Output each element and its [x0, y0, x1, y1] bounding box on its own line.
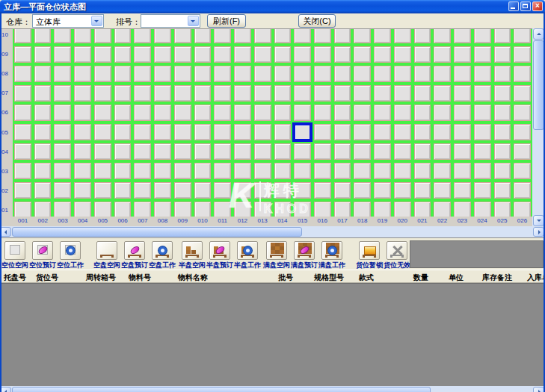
- grid-cell[interactable]: [94, 46, 111, 63]
- grid-cell[interactable]: [454, 46, 471, 63]
- grid-cell[interactable]: [334, 105, 351, 121]
- grid-cell[interactable]: [514, 143, 531, 160]
- grid-cell[interactable]: [94, 143, 111, 160]
- grid-cell[interactable]: [274, 182, 292, 199]
- grid-cell[interactable]: [154, 163, 171, 179]
- grid-cell[interactable]: [354, 182, 371, 199]
- grid-cell[interactable]: [354, 143, 371, 160]
- grid-cell[interactable]: [174, 66, 191, 82]
- refresh-button[interactable]: 刷新(F): [207, 14, 246, 28]
- grid-cell[interactable]: [494, 143, 511, 160]
- grid-cell[interactable]: [194, 124, 212, 140]
- grid-cell[interactable]: [254, 163, 271, 179]
- grid-cell[interactable]: [414, 143, 431, 160]
- grid-cell[interactable]: [74, 202, 91, 217]
- grid-cell[interactable]: [14, 105, 31, 121]
- grid-cell[interactable]: [34, 182, 52, 199]
- table-scroll-thumb[interactable]: [12, 387, 431, 392]
- grid-cell[interactable]: [54, 143, 71, 160]
- grid-cell[interactable]: [434, 66, 451, 82]
- grid-cell[interactable]: [474, 143, 491, 160]
- grid-cell[interactable]: [474, 28, 491, 43]
- grid-cell[interactable]: [274, 202, 292, 217]
- row-number-select[interactable]: [141, 14, 200, 28]
- grid-cell[interactable]: [334, 28, 351, 43]
- legend-item[interactable]: 半盘空闲: [179, 241, 206, 270]
- grid-cell[interactable]: [14, 28, 31, 43]
- grid-cell[interactable]: [214, 182, 231, 199]
- grid-cell[interactable]: [54, 182, 71, 199]
- chevron-down-icon[interactable]: [188, 16, 199, 26]
- grid-cell[interactable]: [394, 46, 411, 63]
- grid-cell[interactable]: [334, 182, 351, 199]
- warehouse-select[interactable]: 立体库: [32, 14, 104, 28]
- table-column-header[interactable]: 货位号: [36, 273, 58, 283]
- grid-cell[interactable]: [234, 143, 251, 160]
- grid-cell[interactable]: [174, 105, 191, 121]
- grid-cell[interactable]: [354, 66, 371, 82]
- horizontal-scroll-thumb[interactable]: [12, 227, 302, 237]
- grid-cell[interactable]: [494, 202, 511, 217]
- grid-cell[interactable]: [214, 105, 231, 121]
- table-column-header[interactable]: 单位: [449, 273, 464, 283]
- grid-cell[interactable]: [334, 143, 351, 160]
- maximize-button[interactable]: [520, 1, 531, 11]
- grid-cell[interactable]: [294, 85, 311, 102]
- grid-cell[interactable]: [74, 28, 91, 43]
- grid-cell[interactable]: [174, 28, 191, 43]
- grid-cell[interactable]: [194, 66, 212, 82]
- grid-cell[interactable]: [254, 182, 271, 199]
- grid-cell[interactable]: [314, 182, 331, 199]
- grid-cell[interactable]: [114, 105, 132, 121]
- grid-cell[interactable]: [434, 124, 451, 140]
- grid-cell[interactable]: [254, 28, 271, 43]
- legend-item[interactable]: 满盘预订: [291, 241, 318, 270]
- grid-cell[interactable]: [94, 124, 111, 140]
- grid-cell[interactable]: [114, 124, 132, 140]
- grid-cell[interactable]: [314, 85, 331, 102]
- chevron-down-icon[interactable]: [91, 16, 102, 26]
- grid-cell[interactable]: [54, 124, 71, 140]
- grid-cell[interactable]: [154, 28, 171, 43]
- grid-cell[interactable]: [74, 163, 91, 179]
- table-column-header[interactable]: 托盘号: [4, 273, 26, 283]
- grid-cell[interactable]: [354, 85, 371, 102]
- grid-cell[interactable]: [74, 85, 91, 102]
- grid-cell[interactable]: [274, 105, 292, 121]
- grid-cell[interactable]: [354, 46, 371, 63]
- grid-cell[interactable]: [374, 202, 391, 217]
- grid-cell[interactable]: [414, 28, 431, 43]
- grid-cell[interactable]: [134, 182, 151, 199]
- grid-cell[interactable]: [54, 66, 71, 82]
- grid-cell[interactable]: [414, 182, 431, 199]
- grid-cell[interactable]: [354, 163, 371, 179]
- grid-cell[interactable]: [454, 28, 471, 43]
- grid-cell[interactable]: [454, 105, 471, 121]
- table-column-header[interactable]: 物料名称: [178, 273, 208, 283]
- grid-cell[interactable]: [514, 85, 531, 102]
- grid-cell[interactable]: [54, 28, 71, 43]
- grid-cell[interactable]: [474, 163, 491, 179]
- legend-item[interactable]: 空位空闲: [1, 241, 28, 270]
- grid-cell[interactable]: [474, 105, 491, 121]
- grid-cell[interactable]: [194, 182, 212, 199]
- grid-cell[interactable]: [474, 202, 491, 217]
- grid-cell[interactable]: [74, 105, 91, 121]
- grid-cell[interactable]: [494, 46, 511, 63]
- grid-cell[interactable]: [214, 124, 231, 140]
- minimize-button[interactable]: [508, 1, 519, 11]
- grid-cell[interactable]: [274, 46, 292, 63]
- scroll-down-button[interactable]: [533, 215, 544, 226]
- grid-cell[interactable]: [34, 124, 52, 140]
- grid-cell[interactable]: [114, 85, 132, 102]
- table-column-header[interactable]: 周转箱号: [86, 273, 116, 283]
- grid-cell[interactable]: [414, 85, 431, 102]
- grid-cell[interactable]: [114, 28, 132, 43]
- grid-cell[interactable]: [134, 105, 151, 121]
- grid-cell[interactable]: [74, 46, 91, 63]
- grid-cell[interactable]: [14, 182, 31, 199]
- grid-cell[interactable]: [54, 46, 71, 63]
- grid-cell[interactable]: [114, 66, 132, 82]
- legend-item[interactable]: 货位无效: [384, 241, 410, 270]
- grid-cell[interactable]: [434, 143, 451, 160]
